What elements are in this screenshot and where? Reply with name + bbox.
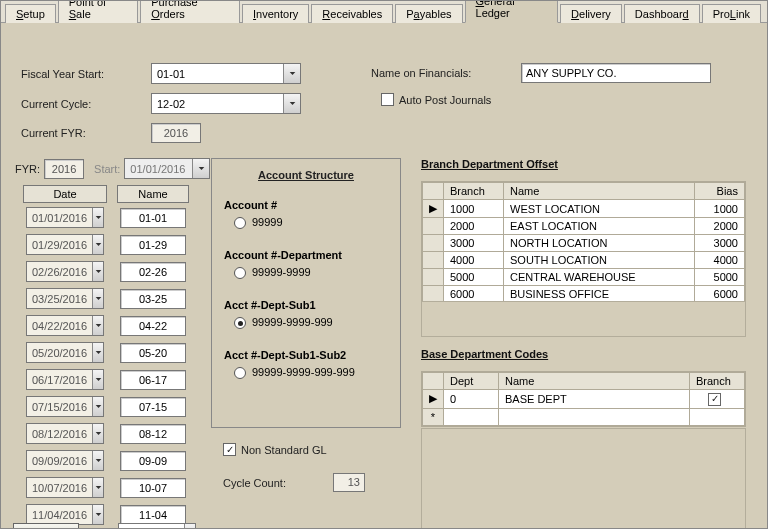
tab-setup[interactable]: Setup — [5, 4, 56, 23]
save-button[interactable]: Save — [13, 523, 79, 529]
cycle-date-value: 01/01/2016 — [27, 208, 92, 227]
table-row[interactable]: ▶1000WEST LOCATION1000 — [423, 200, 745, 218]
tab-general-ledger[interactable]: General Ledger — [465, 0, 559, 23]
tab-inventory[interactable]: Inventory — [242, 4, 309, 23]
tab-purchase-orders[interactable]: Purchase Orders — [140, 0, 240, 23]
cycle-date-combo[interactable]: 06/17/2016 — [26, 369, 104, 390]
col-date-header: Date — [23, 185, 107, 203]
cycle-name-field[interactable]: 04-22 — [120, 316, 186, 336]
chevron-down-icon[interactable] — [92, 289, 103, 308]
base-dept-grid[interactable]: Dept Name Branch ▶0BASE DEPT* — [421, 371, 746, 427]
chevron-down-icon[interactable] — [92, 262, 103, 281]
chevron-down-icon[interactable] — [92, 505, 103, 524]
acct4-format: 99999-9999-999-999 — [252, 366, 355, 378]
cycle-date-combo[interactable]: 03/25/2016 — [26, 288, 104, 309]
chevron-down-icon[interactable] — [92, 397, 103, 416]
chevron-down-icon[interactable] — [92, 343, 103, 362]
label-acct1: Account # — [224, 199, 388, 211]
branch-offset-title: Branch Department Offset — [421, 158, 558, 170]
radio-acct1[interactable] — [234, 217, 246, 229]
cycle-name-field[interactable]: 01-29 — [120, 235, 186, 255]
cycle-date-combo[interactable]: 05/20/2016 — [26, 342, 104, 363]
chevron-down-icon[interactable] — [283, 64, 300, 83]
tab-prolink[interactable]: ProLink — [702, 4, 761, 23]
cycle-name-field[interactable]: 10-07 — [120, 478, 186, 498]
cycle-date-value: 07/15/2016 — [27, 397, 92, 416]
tab-payables[interactable]: Payables — [395, 4, 462, 23]
cycle-date-combo[interactable]: 01/29/2016 — [26, 234, 104, 255]
current-cycle-value: 12-02 — [152, 94, 283, 113]
cycle-name-field[interactable]: 09-09 — [120, 451, 186, 471]
cycle-name-field[interactable]: 03-25 — [120, 289, 186, 309]
col-dept-header: Dept — [444, 373, 499, 390]
tab-receivables[interactable]: Receivables — [311, 4, 393, 23]
label-cycle-count: Cycle Count: — [223, 477, 333, 489]
non-standard-gl-checkbox[interactable] — [223, 443, 236, 456]
chevron-down-icon[interactable] — [92, 316, 103, 335]
chevron-down-icon[interactable] — [283, 94, 300, 113]
chevron-down-icon[interactable] — [92, 208, 103, 227]
cycle-date-value: 10/07/2016 — [27, 478, 92, 497]
tab-dashboard[interactable]: Dashboard — [624, 4, 700, 23]
cycle-date-value: 05/20/2016 — [27, 343, 92, 362]
cycle-date-value: 06/17/2016 — [27, 370, 92, 389]
cycle-date-combo[interactable]: 01/01/2016 — [26, 207, 104, 228]
auto-post-checkbox[interactable] — [381, 93, 394, 106]
cycle-date-combo[interactable]: 09/09/2016 — [26, 450, 104, 471]
branch-offset-empty-area — [421, 301, 746, 337]
end-date-combo[interactable]: 12/29/2016 — [118, 523, 196, 529]
chevron-down-icon[interactable] — [92, 478, 103, 497]
tab-strip: SetupPoint of SalePurchase OrdersInvento… — [1, 1, 767, 23]
cycle-name-field[interactable]: 02-26 — [120, 262, 186, 282]
tab-delivery[interactable]: Delivery — [560, 4, 622, 23]
acct1-format: 99999 — [252, 216, 283, 228]
account-structure-group: Account Structure Account # 99999 Accoun… — [211, 158, 401, 428]
cycle-name-field[interactable]: 01-01 — [120, 208, 186, 228]
account-structure-title: Account Structure — [224, 169, 388, 181]
chevron-down-icon[interactable] — [92, 424, 103, 443]
cycle-date-value: 03/25/2016 — [27, 289, 92, 308]
col-name-header: Name — [117, 185, 189, 203]
cycle-name-field[interactable]: 08-12 — [120, 424, 186, 444]
cycle-dates-table: Date Name 01/01/201601-0101/29/201601-29… — [21, 183, 191, 529]
cycle-date-combo[interactable]: 07/15/2016 — [26, 396, 104, 417]
chevron-down-icon[interactable] — [192, 159, 209, 178]
start-date-value: 01/01/2016 — [125, 159, 192, 178]
table-row[interactable]: 5000CENTRAL WAREHOUSE5000 — [423, 269, 745, 286]
branch-checkbox[interactable] — [708, 393, 721, 406]
chevron-down-icon[interactable] — [184, 524, 195, 529]
chevron-down-icon[interactable] — [92, 235, 103, 254]
table-row[interactable]: 4000SOUTH LOCATION4000 — [423, 252, 745, 269]
cycle-name-field[interactable]: 06-17 — [120, 370, 186, 390]
radio-acct3[interactable] — [234, 317, 246, 329]
chevron-down-icon[interactable] — [92, 370, 103, 389]
fiscal-year-start-value: 01-01 — [152, 64, 283, 83]
tab-point-of-sale[interactable]: Point of Sale — [58, 0, 138, 23]
cycle-name-field[interactable]: 05-20 — [120, 343, 186, 363]
table-row[interactable]: 3000NORTH LOCATION3000 — [423, 235, 745, 252]
page-content: Fiscal Year Start: 01-01 Current Cycle: … — [1, 23, 767, 59]
table-row[interactable]: 6000BUSINESS OFFICE6000 — [423, 286, 745, 303]
radio-acct4[interactable] — [234, 367, 246, 379]
start-date-combo[interactable]: 01/01/2016 — [124, 158, 210, 179]
col-name-header2: Name — [499, 373, 690, 390]
cycle-name-field[interactable]: 07-15 — [120, 397, 186, 417]
cycle-date-combo[interactable]: 10/07/2016 — [26, 477, 104, 498]
cycle-date-combo[interactable]: 11/04/2016 — [26, 504, 104, 525]
cycle-date-combo[interactable]: 02/26/2016 — [26, 261, 104, 282]
cycle-date-combo[interactable]: 08/12/2016 — [26, 423, 104, 444]
radio-acct2[interactable] — [234, 267, 246, 279]
label-start: Start: — [94, 163, 120, 175]
chevron-down-icon[interactable] — [92, 451, 103, 470]
table-row[interactable]: ▶0BASE DEPT — [423, 390, 745, 409]
fiscal-year-start-combo[interactable]: 01-01 — [151, 63, 301, 84]
col-branch-header2: Branch — [690, 373, 745, 390]
cycle-name-field[interactable]: 11-04 — [120, 505, 186, 525]
current-cycle-combo[interactable]: 12-02 — [151, 93, 301, 114]
branch-offset-grid[interactable]: Branch Name Bias ▶1000WEST LOCATION10002… — [421, 181, 746, 304]
name-on-financials-field[interactable]: ANY SUPPLY CO. — [521, 63, 711, 83]
table-row[interactable]: 2000EAST LOCATION2000 — [423, 218, 745, 235]
cycle-date-combo[interactable]: 04/22/2016 — [26, 315, 104, 336]
fyr-field: 2016 — [44, 159, 84, 179]
label-non-standard-gl: Non Standard GL — [241, 444, 327, 456]
